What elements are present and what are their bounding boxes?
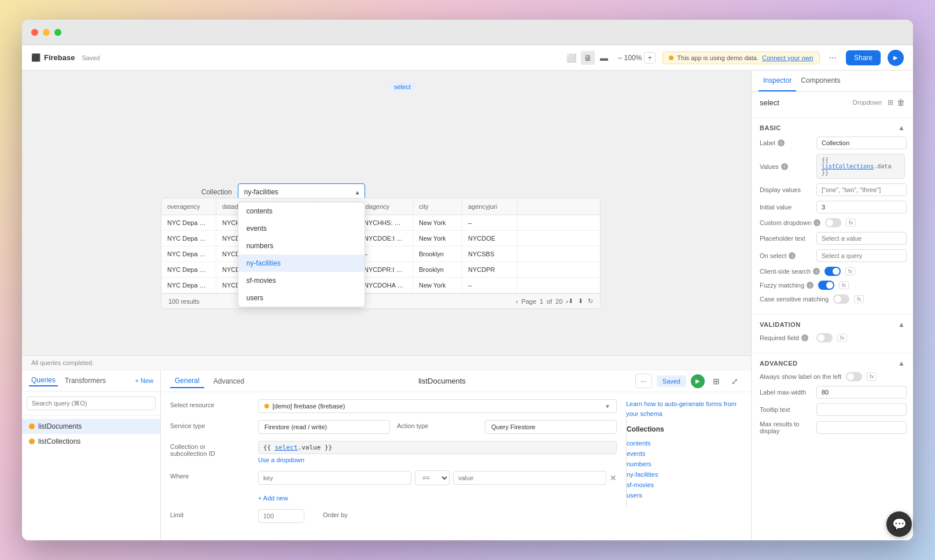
play-button[interactable]: ▶ [888, 50, 904, 66]
cell-city-5: New York [413, 278, 462, 293]
search-query-input[interactable] [27, 396, 156, 410]
more-options-button[interactable]: ··· [827, 53, 839, 63]
dropdown-item-ny-facilities[interactable]: ny-facilities [238, 255, 365, 272]
label-max-width-input[interactable] [816, 386, 907, 399]
query-item-listcollections[interactable]: listCollections [22, 434, 160, 449]
label-input[interactable] [816, 137, 907, 149]
placeholder-text-input[interactable] [816, 232, 907, 245]
coll-link-events[interactable]: events [627, 448, 742, 459]
tab-queries[interactable]: Queries [29, 375, 58, 386]
coll-link-numbers[interactable]: numbers [627, 459, 742, 469]
close-button[interactable] [31, 29, 38, 36]
dropdown-item-numbers[interactable]: numbers [238, 237, 365, 255]
prev-page-button[interactable]: ‹ [516, 298, 518, 305]
tab-transformers[interactable]: Transformers [62, 375, 108, 386]
collapse-validation-icon[interactable]: ▲ [898, 320, 905, 329]
dropdown-item-users[interactable]: users [238, 289, 365, 307]
where-key-input[interactable] [258, 471, 411, 485]
coll-link-ny-facilities[interactable]: ny-facilities [627, 469, 742, 480]
where-value-input[interactable] [453, 471, 606, 485]
dropdown-item-contents[interactable]: contents [238, 202, 365, 220]
custom-dropdown-info-icon[interactable]: i [813, 219, 820, 226]
initial-value-row: Initial value [760, 201, 905, 213]
fuzzy-info-icon[interactable]: i [807, 282, 813, 289]
new-query-button[interactable]: + New [135, 377, 154, 384]
delete-icon[interactable]: 🗑 [897, 98, 905, 107]
minimize-button[interactable] [43, 29, 50, 36]
required-toggle[interactable] [816, 333, 833, 342]
table-row[interactable]: NYC Depa … NYCDCAS … 0 – NYCDPR:I … Broo… [161, 262, 600, 278]
limit-input[interactable] [258, 509, 304, 523]
fuzzy-fx[interactable]: fx [839, 281, 849, 289]
dropdown-item-events[interactable]: events [238, 220, 365, 237]
copy-icon[interactable]: ⊞ [888, 98, 893, 106]
chat-bubble-button[interactable]: 💬 [886, 511, 912, 537]
required-fx[interactable]: fx [837, 334, 847, 342]
case-sensitive-toggle[interactable] [833, 294, 849, 304]
on-select-info-icon[interactable]: i [789, 252, 796, 259]
maximize-button[interactable] [54, 29, 61, 36]
custom-dropdown-toggle[interactable] [825, 218, 841, 227]
display-values-input[interactable] [816, 183, 907, 196]
cell-agencyjuri-2: NYCDOE [462, 231, 517, 246]
dropdown-item-sf-movies[interactable]: sf-movies [238, 272, 365, 289]
client-side-search-label: Client-side search i [760, 268, 820, 275]
custom-dropdown-fx[interactable]: fx [846, 219, 856, 227]
coll-link-sf-movies[interactable]: sf-movies [627, 480, 742, 490]
expand-icon[interactable]: ⤢ [728, 374, 742, 388]
client-search-fx[interactable]: fx [845, 267, 855, 275]
resource-select[interactable]: [demo] firebase (firebase) ▼ [258, 399, 617, 413]
always-show-toggle[interactable] [846, 372, 862, 381]
collection-code[interactable]: {{ select.value }} [258, 441, 617, 454]
tab-advanced[interactable]: Advanced [209, 375, 249, 388]
client-side-search-toggle[interactable] [824, 267, 841, 276]
where-op-select[interactable]: == [415, 470, 450, 485]
download-icon[interactable]: ⬇ [568, 297, 573, 305]
desktop-icon[interactable]: 🖥 [581, 51, 595, 65]
service-select[interactable]: Firestore (read / write) [258, 420, 390, 434]
query-item-listdocuments[interactable]: listDocuments [22, 419, 160, 434]
connect-own-link[interactable]: Connect your own [762, 54, 813, 61]
refresh-icon[interactable]: ↻ [588, 297, 593, 305]
run-query-button[interactable]: ▶ [691, 374, 705, 388]
table-row[interactable]: NYC Depa … NYCHHS: … 0 – NYCHHS: … New Y… [161, 215, 600, 231]
on-select-input[interactable] [816, 249, 907, 262]
values-info-icon[interactable]: i [781, 163, 788, 170]
collapse-advanced-icon[interactable]: ▲ [898, 359, 905, 367]
coll-link-users[interactable]: users [627, 490, 742, 500]
layout-icon[interactable]: ⊞ [709, 374, 723, 388]
max-results-input[interactable] [816, 421, 907, 434]
table-row[interactable]: NYC Depa … NYCDCAS … 0 – – Brooklyn NYCS… [161, 246, 600, 262]
share-button[interactable]: Share [846, 50, 881, 65]
list-collections-ref[interactable]: listCollections [822, 163, 874, 170]
fuzzy-matching-toggle[interactable] [818, 281, 834, 290]
coll-link-contents[interactable]: contents [627, 438, 742, 448]
initial-value-input[interactable] [816, 201, 907, 213]
use-dropdown-link[interactable]: Use a dropdown [258, 456, 617, 463]
select-ref[interactable]: select [275, 444, 298, 451]
tab-components[interactable]: Components [796, 71, 845, 91]
cell-overagency-1: NYC Depa … [161, 215, 216, 230]
autogen-link[interactable]: Learn how to auto-generate forms from yo… [626, 399, 742, 418]
tablet-portrait-icon[interactable]: ⬜ [565, 51, 579, 65]
table-row[interactable]: NYC Depa … NYCDOHA … 0 – NYCDOHA … New Y… [161, 278, 600, 293]
label-info-icon[interactable]: i [778, 139, 785, 146]
add-new-button[interactable]: + Add new [258, 495, 288, 502]
client-search-info-icon[interactable]: i [813, 268, 820, 275]
tab-inspector[interactable]: Inspector [759, 71, 796, 91]
tab-general[interactable]: General [170, 374, 204, 388]
collapse-basic-icon[interactable]: ▲ [898, 124, 905, 132]
action-select[interactable]: Query Firestore [485, 420, 617, 434]
query-more-button[interactable]: ··· [635, 374, 652, 388]
tablet-landscape-icon[interactable]: ▬ [597, 51, 611, 65]
where-delete-button[interactable]: ✕ [610, 473, 617, 482]
case-sensitive-fx[interactable]: fx [854, 295, 864, 303]
always-show-fx[interactable]: fx [867, 373, 877, 381]
filter-icon[interactable]: ⬇ [578, 297, 583, 305]
values-code-field[interactable]: {{ listCollections.data }} [816, 154, 905, 179]
table-row[interactable]: NYC Depa … NYCDCAS … 0 – NYCDOE:I … New … [161, 231, 600, 246]
queries-sidebar: Queries Transformers + New listDocuments [22, 370, 161, 540]
tooltip-text-input[interactable] [816, 403, 907, 416]
zoom-in-button[interactable]: + [644, 52, 656, 64]
required-info-icon[interactable]: i [801, 334, 808, 341]
